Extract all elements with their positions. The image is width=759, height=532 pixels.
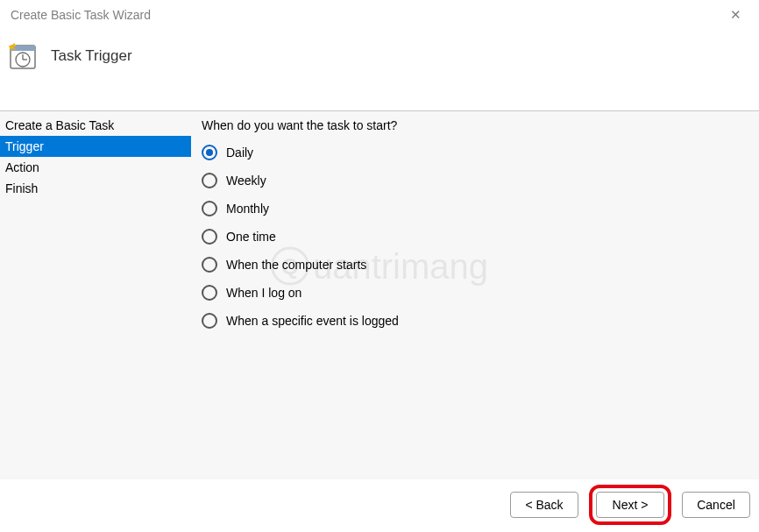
trigger-question: When do you want the task to start? xyxy=(202,118,748,132)
radio-icon xyxy=(202,145,217,160)
radio-icon xyxy=(202,229,217,245)
wizard-header: Task Trigger xyxy=(0,30,759,91)
radio-label: Monthly xyxy=(226,202,269,216)
radio-label: When I log on xyxy=(226,286,301,300)
main-panel: When do you want the task to start? Dail… xyxy=(191,111,759,479)
radio-icon xyxy=(202,173,217,188)
radio-option-weekly[interactable]: Weekly xyxy=(202,173,748,188)
window-title: Create Basic Task Wizard xyxy=(11,8,723,22)
page-title: Task Trigger xyxy=(51,47,132,65)
radio-label: One time xyxy=(226,230,276,244)
cancel-button[interactable]: Cancel xyxy=(682,492,750,518)
radio-option-monthly[interactable]: Monthly xyxy=(202,201,748,216)
sidebar-item-action[interactable]: Action xyxy=(0,157,191,178)
radio-label: Daily xyxy=(226,145,253,160)
radio-option-log-on[interactable]: When I log on xyxy=(202,285,748,301)
sidebar-item-create-basic-task[interactable]: Create a Basic Task xyxy=(0,115,191,136)
back-button[interactable]: < Back xyxy=(510,492,578,518)
radio-icon xyxy=(202,257,217,273)
next-button-highlight: Next > xyxy=(589,485,671,525)
close-icon[interactable]: ✕ xyxy=(723,4,748,26)
content-area: Create a Basic Task Trigger Action Finis… xyxy=(0,110,759,479)
clock-wizard-icon xyxy=(7,40,39,72)
radio-option-daily[interactable]: Daily xyxy=(202,145,748,160)
wizard-footer: < Back Next > Cancel xyxy=(510,485,750,525)
sidebar-item-finish[interactable]: Finish xyxy=(0,178,191,199)
radio-option-one-time[interactable]: One time xyxy=(202,229,748,245)
radio-option-event-logged[interactable]: When a specific event is logged xyxy=(202,313,748,329)
radio-icon xyxy=(202,313,217,329)
radio-icon xyxy=(202,285,217,301)
next-button[interactable]: Next > xyxy=(596,492,664,518)
wizard-sidebar: Create a Basic Task Trigger Action Finis… xyxy=(0,111,191,479)
titlebar: Create Basic Task Wizard ✕ xyxy=(0,0,759,30)
sidebar-item-trigger[interactable]: Trigger xyxy=(0,136,191,157)
radio-icon xyxy=(202,201,217,216)
radio-label: When a specific event is logged xyxy=(226,314,399,328)
radio-option-computer-starts[interactable]: When the computer starts xyxy=(202,257,748,273)
radio-label: Weekly xyxy=(226,174,266,188)
radio-label: When the computer starts xyxy=(226,258,366,272)
